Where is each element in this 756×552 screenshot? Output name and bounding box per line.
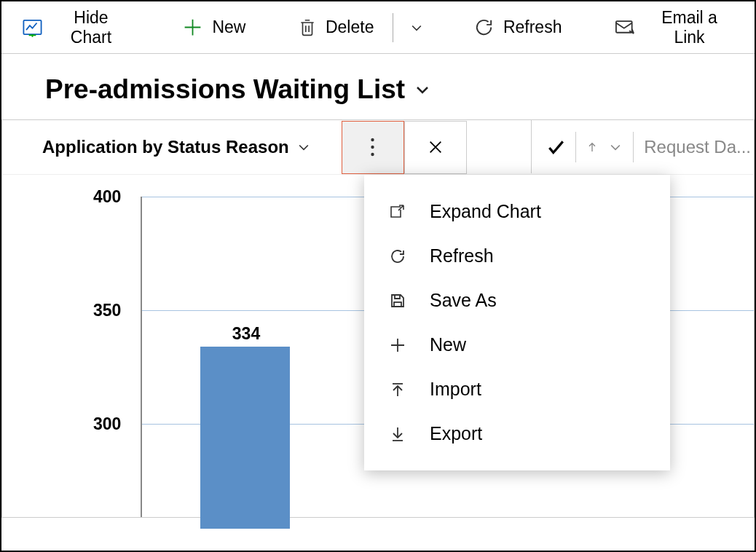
menu-export-label: Export bbox=[430, 423, 482, 444]
delete-button[interactable]: Delete bbox=[292, 14, 379, 41]
column-name-placeholder[interactable]: Request Da... bbox=[644, 137, 751, 157]
email-link-label: Email a Link bbox=[645, 8, 734, 47]
svg-point-3 bbox=[371, 146, 374, 149]
svg-point-2 bbox=[371, 138, 374, 141]
view-title-bar[interactable]: Pre-admissions Waiting List bbox=[1, 54, 755, 119]
menu-import[interactable]: Import bbox=[364, 367, 670, 411]
chart-bar[interactable] bbox=[200, 347, 290, 529]
y-tick-label: 350 bbox=[93, 301, 121, 320]
chart-header: Application by Status Reason bbox=[2, 120, 754, 175]
separator bbox=[575, 132, 576, 162]
svg-point-4 bbox=[371, 153, 374, 156]
chevron-down-icon[interactable] bbox=[608, 140, 623, 154]
toolbar-separator bbox=[393, 13, 393, 42]
menu-save-as-label: Save As bbox=[430, 290, 497, 311]
hide-chart-button[interactable]: Hide Chart bbox=[16, 5, 136, 50]
grid-header-controls: Request Da... bbox=[531, 120, 754, 173]
close-icon bbox=[428, 139, 444, 155]
menu-expand-chart[interactable]: Expand Chart bbox=[364, 189, 670, 234]
more-vertical-icon bbox=[370, 137, 375, 157]
new-button[interactable]: New bbox=[176, 14, 251, 41]
email-link-button[interactable]: Email a Link bbox=[608, 5, 740, 50]
refresh-button[interactable]: Refresh bbox=[468, 14, 568, 41]
menu-save-as[interactable]: Save As bbox=[364, 278, 670, 323]
menu-new-label: New bbox=[430, 334, 466, 355]
email-icon bbox=[614, 17, 636, 38]
expand-icon bbox=[387, 203, 408, 221]
new-label: New bbox=[212, 17, 245, 37]
y-tick-label: 400 bbox=[93, 187, 121, 207]
chart-title-selector[interactable]: Application by Status Reason bbox=[2, 137, 311, 157]
export-icon bbox=[387, 425, 408, 443]
chevron-down-icon bbox=[409, 20, 424, 35]
plus-icon bbox=[387, 336, 408, 354]
bar-value-label: 334 bbox=[232, 324, 260, 344]
hide-chart-label: Hide Chart bbox=[52, 8, 130, 47]
chart-title-label: Application by Status Reason bbox=[42, 137, 289, 157]
trash-icon bbox=[298, 17, 317, 38]
save-icon bbox=[387, 292, 408, 309]
plus-icon bbox=[182, 17, 203, 38]
arrow-up-icon[interactable] bbox=[586, 138, 598, 157]
menu-refresh[interactable]: Refresh bbox=[364, 234, 670, 278]
y-tick-label: 300 bbox=[93, 414, 121, 434]
chevron-down-icon bbox=[296, 140, 311, 154]
checkmark-icon[interactable] bbox=[546, 138, 565, 157]
separator bbox=[633, 132, 634, 162]
chart-more-menu: Expand Chart Refresh bbox=[364, 175, 670, 470]
menu-export[interactable]: Export bbox=[364, 411, 670, 456]
menu-refresh-label: Refresh bbox=[430, 245, 494, 267]
refresh-label: Refresh bbox=[503, 17, 562, 37]
chart-toggle-icon bbox=[22, 17, 43, 38]
refresh-icon bbox=[473, 17, 495, 38]
delete-label: Delete bbox=[326, 17, 374, 37]
menu-import-label: Import bbox=[430, 379, 481, 400]
chevron-down-icon bbox=[414, 81, 431, 98]
chart-more-button[interactable] bbox=[342, 121, 404, 174]
page-title: Pre-admissions Waiting List bbox=[45, 74, 405, 105]
command-bar: Hide Chart New Delete bbox=[1, 1, 755, 54]
delete-dropdown-button[interactable] bbox=[406, 17, 427, 38]
menu-new[interactable]: New bbox=[364, 323, 670, 367]
menu-expand-chart-label: Expand Chart bbox=[430, 201, 541, 222]
refresh-icon bbox=[387, 248, 408, 265]
chart-close-button[interactable] bbox=[404, 121, 467, 174]
svg-rect-5 bbox=[394, 302, 401, 307]
import-icon bbox=[387, 381, 408, 398]
